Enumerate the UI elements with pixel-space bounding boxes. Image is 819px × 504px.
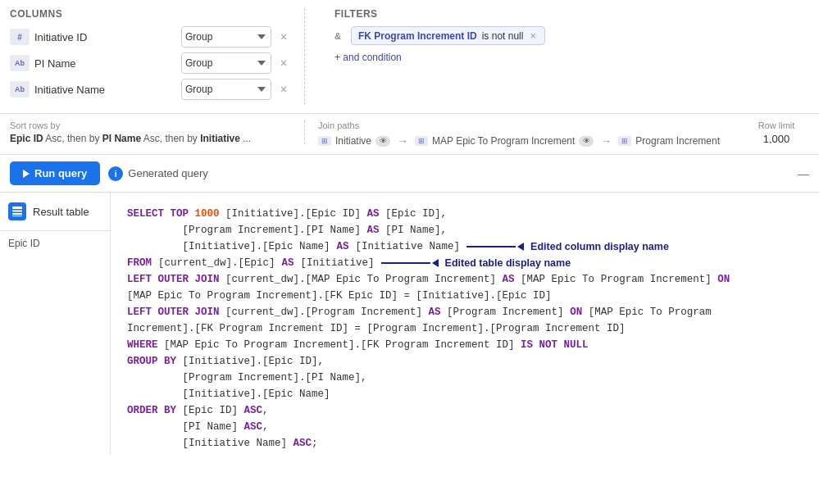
columns-section: Columns # Initiative ID Group Count Sum … — [10, 8, 305, 105]
q-rest-13: [Epic ID] — [176, 405, 244, 416]
q-line1-rest: [Initiative].[Epic ID] AS [Epic ID], — [220, 208, 448, 220]
join-eye-icon-1[interactable]: 👁 — [375, 136, 390, 147]
q-rest-7c: [MAP Epic To Program — [582, 306, 712, 318]
svg-rect-2 — [12, 213, 22, 215]
column-row-pi-name: Ab PI Name Group Count × — [10, 52, 291, 74]
query-line-2: [Program Increment].[PI Name] AS [PI Nam… — [127, 222, 803, 238]
join-section: Join paths ⊞ Initiative 👁 → ⊞ MAP Epic T… — [305, 120, 744, 148]
svg-rect-3 — [12, 216, 22, 216]
q-indent-15: [Initiative Name] — [127, 438, 293, 449]
join-arrow-2: → — [600, 134, 612, 148]
col-group-select-1[interactable]: Group Count Sum — [181, 26, 271, 48]
annotation-table-display: Edited table display name — [381, 255, 571, 271]
join-table-icon-1: ⊞ — [318, 136, 331, 146]
join-item-program-increment: ⊞ Program Increment — [618, 135, 720, 147]
query-line-15: [Initiative Name] ASC; — [127, 435, 803, 452]
query-line-14: [PI Name] ASC, — [127, 419, 803, 435]
play-icon — [23, 170, 30, 178]
col-type-hash: # — [10, 29, 30, 45]
query-line-13: ORDER BY [Epic ID] ASC, — [127, 402, 803, 419]
result-table-tab[interactable]: Result table — [0, 193, 110, 231]
join-item-map: ⊞ MAP Epic To Program Increment 👁 — [415, 135, 594, 147]
q-rest-5b: [MAP Epic To Program Increment] — [515, 274, 718, 285]
remove-col-2[interactable]: × — [276, 56, 291, 70]
col-name-pi-name: PI Name — [34, 57, 176, 70]
kw-is-not-null: IS NOT NULL — [521, 339, 589, 351]
query-line-1: SELECT TOP 1000 [Initiative].[Epic ID] A… — [127, 206, 803, 222]
query-line-12: [Initiative].[Epic Name] — [127, 386, 803, 402]
epic-id-label: Epic ID — [0, 231, 110, 256]
num-1000: 1000 — [195, 208, 220, 220]
q-rest-7: [current_dw].[Program Increment] — [220, 306, 429, 318]
kw-left-2: LEFT OUTER JOIN — [127, 306, 220, 318]
col-type-ab-2: Ab — [10, 81, 30, 98]
sort-label: Sort rows by — [10, 120, 291, 130]
kw-group-by: GROUP BY — [127, 356, 176, 367]
q-indent-3: [Initiative].[Epic Name] — [127, 238, 330, 255]
annotation-column-display: Edited column display name — [466, 238, 669, 255]
kw-asc-3: ASC — [293, 438, 312, 449]
remove-col-3[interactable]: × — [276, 82, 291, 97]
run-query-button[interactable]: Run query — [10, 161, 100, 185]
kw-select: SELECT TOP — [127, 208, 195, 220]
query-display: SELECT TOP 1000 [Initiative].[Epic ID] A… — [111, 193, 819, 455]
minimize-icon[interactable]: — — [798, 167, 809, 180]
query-line-11: [Program Increment].[PI Name], — [127, 370, 803, 386]
query-line-6: [MAP Epic To Program Increment].[FK Epic… — [127, 288, 803, 304]
query-line-5: LEFT OUTER JOIN [current_dw].[MAP Epic T… — [127, 271, 803, 288]
q-comma-13: , — [262, 405, 269, 416]
col-group-select-2[interactable]: Group Count — [181, 52, 271, 74]
kw-as-5: AS — [503, 274, 515, 285]
kw-order-by: ORDER BY — [127, 405, 176, 416]
q-indent-2: [Program Increment].[PI Name] — [127, 225, 367, 236]
q-indent-11: [Program Increment].[PI Name], — [127, 372, 367, 384]
arrow-shaft-2 — [381, 262, 430, 264]
main-content: Result table Epic ID SELECT TOP 1000 [In… — [0, 193, 819, 455]
col-name-initiative-id: Initiative ID — [34, 31, 176, 43]
annotation-col-text: Edited column display name — [530, 238, 669, 255]
query-line-3: [Initiative].[Epic Name] AS [Initiative … — [127, 238, 803, 255]
row-limit-value: 1,000 — [744, 133, 809, 145]
row-limit-section: Row limit 1,000 — [744, 120, 809, 145]
kw-left-1: LEFT OUTER JOIN — [127, 274, 220, 285]
col-group-select-3[interactable]: Group Count — [181, 79, 271, 100]
add-condition[interactable]: + and condition — [334, 52, 809, 63]
q-comma-14: , — [262, 421, 269, 433]
join-items: ⊞ Initiative 👁 → ⊞ MAP Epic To Program I… — [318, 134, 744, 148]
run-query-label: Run query — [34, 167, 87, 179]
annotation-table-text: Edited table display name — [445, 255, 571, 271]
arrow-line-2 — [381, 259, 439, 267]
sort-value: Epic ID Asc, then by PI Name Asc, then b… — [10, 133, 291, 144]
filters-section: Filters & FK Program Increment ID is not… — [321, 8, 809, 105]
kw-as-3: AS — [337, 238, 349, 255]
q-rest-5: [current_dw].[MAP Epic To Program Increm… — [220, 274, 503, 285]
svg-rect-0 — [12, 207, 22, 209]
query-line-4: FROM [current_dw].[Epic] AS [Initiative]… — [127, 255, 803, 271]
q-rest-10: [Initiative].[Epic ID], — [176, 356, 324, 367]
join-table-name-3: Program Increment — [635, 135, 720, 147]
arrow-head-1 — [517, 243, 524, 251]
remove-col-1[interactable]: × — [276, 30, 291, 44]
result-table-label: Result table — [33, 206, 89, 218]
column-row-initiative-id: # Initiative ID Group Count Sum × — [10, 26, 291, 48]
q-rest-2: [PI Name], — [380, 225, 448, 236]
arrow-head-2 — [432, 259, 439, 267]
q-rest-3: [Initiative Name] — [356, 238, 461, 255]
kw-on-2: ON — [570, 306, 582, 318]
filter-condition: is not null — [482, 30, 524, 42]
svg-rect-1 — [12, 211, 22, 212]
kw-as-4: AS — [282, 255, 294, 271]
arrow-line-1 — [466, 243, 524, 251]
toolbar: Run query i Generated query — — [0, 155, 819, 193]
result-table-icon — [8, 202, 26, 220]
join-eye-icon-2[interactable]: 👁 — [579, 136, 594, 147]
query-line-9: WHERE [MAP Epic To Program Increment].[F… — [127, 337, 803, 353]
remove-filter-btn[interactable]: × — [528, 30, 538, 42]
join-table-icon-3: ⊞ — [618, 136, 631, 146]
filter-field: FK Program Increment ID — [358, 30, 477, 42]
q-semicolon: ; — [312, 438, 318, 449]
row-limit-label: Row limit — [744, 120, 809, 130]
left-sidebar: Result table Epic ID — [0, 193, 111, 455]
q-initiative-alias: [Initiative] — [301, 255, 375, 271]
q-indent-14: [PI Name] — [127, 421, 244, 433]
